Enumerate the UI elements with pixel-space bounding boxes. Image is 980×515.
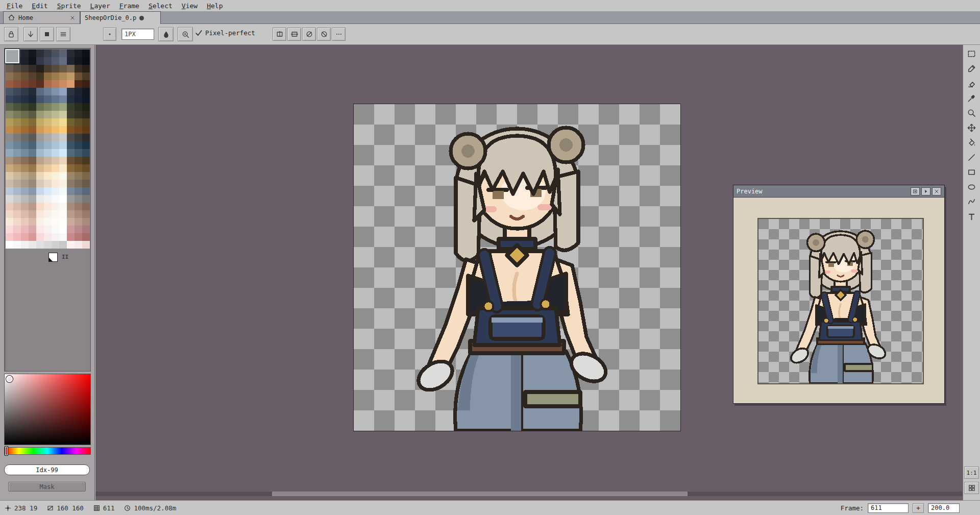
tool-ellipse[interactable]: [964, 180, 979, 194]
palette-swatch-2-7[interactable]: [59, 65, 67, 72]
palette-swatch-11-6[interactable]: [52, 134, 59, 141]
palette-swatch-23-6[interactable]: [52, 226, 59, 233]
brush-type-button[interactable]: [103, 28, 116, 41]
palette-swatch-17-8[interactable]: [67, 180, 75, 187]
palette-swatch-23-2[interactable]: [21, 226, 29, 233]
palette-swatch-7-3[interactable]: [29, 103, 36, 111]
palette-swatch-21-4[interactable]: [36, 210, 44, 218]
tool-contour[interactable]: [964, 194, 979, 209]
palette-swatch-14-4[interactable]: [36, 157, 44, 164]
palette-swatch-22-6[interactable]: [52, 218, 59, 226]
palette-swatch-25-1[interactable]: [13, 241, 21, 249]
palette-swatch-9-10[interactable]: [82, 118, 90, 126]
menu-layer[interactable]: Layer: [86, 1, 115, 11]
palette-swatch-9-4[interactable]: [36, 118, 44, 126]
palette-swatch-14-0[interactable]: [6, 157, 13, 164]
palette-swatch-6-1[interactable]: [13, 95, 21, 103]
palette-swatch-19-8[interactable]: [67, 195, 75, 203]
palette-swatch-20-3[interactable]: [29, 203, 36, 210]
palette-swatch-18-7[interactable]: [59, 187, 67, 195]
palette-swatch-3-7[interactable]: [59, 72, 67, 80]
sprite-canvas[interactable]: [353, 104, 681, 431]
palette-swatch-13-10[interactable]: [82, 149, 90, 157]
zoom-level-input[interactable]: [928, 503, 960, 513]
palette-swatch-1-8[interactable]: [67, 57, 75, 65]
palette-swatch-19-2[interactable]: [21, 195, 29, 203]
palette-swatch-10-6[interactable]: [52, 126, 59, 134]
mask-button[interactable]: Mask: [8, 482, 86, 492]
palette-swatch-24-7[interactable]: [59, 233, 67, 241]
palette-swatch-21-7[interactable]: [59, 210, 67, 218]
palette-swatch-7-5[interactable]: [44, 103, 52, 111]
palette-swatch-8-4[interactable]: [36, 111, 44, 118]
palette-swatch-14-1[interactable]: [13, 157, 21, 164]
palette-swatch-17-10[interactable]: [82, 180, 90, 187]
tool-rectangle[interactable]: [964, 165, 979, 180]
palette-swatch-0-5[interactable]: [44, 50, 52, 57]
color-picker-gradient[interactable]: [4, 374, 91, 445]
palette-swatch-22-1[interactable]: [13, 218, 21, 226]
preview-prev-play-button[interactable]: [921, 187, 930, 195]
horizontal-scrollbar-thumb[interactable]: [272, 492, 688, 496]
palette-swatch-15-4[interactable]: [36, 164, 44, 172]
palette-swatch-4-6[interactable]: [52, 80, 59, 88]
palette-swatch-25-3[interactable]: [29, 241, 36, 249]
palette-swatch-11-8[interactable]: [67, 134, 75, 141]
swatch-button[interactable]: [40, 27, 54, 41]
palette-swatch-2-10[interactable]: [82, 65, 90, 72]
add-frame-button[interactable]: +: [913, 503, 924, 513]
palette-swatch-13-4[interactable]: [36, 149, 44, 157]
palette-swatch-16-8[interactable]: [67, 172, 75, 180]
palette-swatch-0-6[interactable]: [52, 50, 59, 57]
palette-swatch-14-7[interactable]: [59, 157, 67, 164]
tool-zoom[interactable]: [964, 106, 979, 120]
palette-swatch-21-1[interactable]: [13, 210, 21, 218]
palette-swatch-19-7[interactable]: [59, 195, 67, 203]
preview-title-bar[interactable]: Preview: [733, 185, 944, 198]
palette-swatch-20-7[interactable]: [59, 203, 67, 210]
palette-swatch-24-1[interactable]: [13, 233, 21, 241]
palette-swatch-9-6[interactable]: [52, 118, 59, 126]
palette-swatch-3-5[interactable]: [44, 72, 52, 80]
palette-swatch-9-1[interactable]: [13, 118, 21, 126]
tool-eyedropper[interactable]: [964, 91, 979, 106]
palette-swatch-9-3[interactable]: [29, 118, 36, 126]
palette-swatch-11-9[interactable]: [75, 134, 82, 141]
palette-swatch-20-2[interactable]: [21, 203, 29, 210]
palette-swatch-2-0[interactable]: [6, 65, 13, 72]
tool-rect-marquee[interactable]: [964, 46, 979, 61]
palette-swatch-16-2[interactable]: [21, 172, 29, 180]
symmetry-diagonal-button[interactable]: [317, 28, 331, 41]
palette-swatch-13-7[interactable]: [59, 149, 67, 157]
palette-swatch-19-1[interactable]: [13, 195, 21, 203]
palette-swatch-15-0[interactable]: [6, 164, 13, 172]
palette-swatch-25-0[interactable]: [6, 241, 13, 249]
palette-swatch-18-0[interactable]: [6, 187, 13, 195]
palette-swatch-5-9[interactable]: [75, 88, 82, 95]
palette-swatch-20-10[interactable]: [82, 203, 90, 210]
tool-eraser[interactable]: [964, 76, 979, 91]
palette-swatch-18-10[interactable]: [82, 187, 90, 195]
palette-swatch-5-1[interactable]: [13, 88, 21, 95]
menu-select[interactable]: Select: [144, 1, 177, 11]
palette-swatch-0-7[interactable]: [59, 50, 67, 57]
palette-swatch-14-2[interactable]: [21, 157, 29, 164]
tool-text[interactable]: [964, 209, 979, 224]
palette-swatch-11-10[interactable]: [82, 134, 90, 141]
palette-swatch-2-8[interactable]: [67, 65, 75, 72]
palette-swatch-0-10[interactable]: [82, 50, 90, 57]
palette-swatch-9-2[interactable]: [21, 118, 29, 126]
palette-swatch-15-8[interactable]: [67, 164, 75, 172]
palette-swatch-23-4[interactable]: [36, 226, 44, 233]
palette-swatch-18-5[interactable]: [44, 187, 52, 195]
palette-swatch-14-3[interactable]: [29, 157, 36, 164]
palette-swatch-9-5[interactable]: [44, 118, 52, 126]
palette-swatch-7-1[interactable]: [13, 103, 21, 111]
palette-swatch-10-4[interactable]: [36, 126, 44, 134]
palette-swatch-6-0[interactable]: [6, 95, 13, 103]
palette-swatch-1-4[interactable]: [36, 57, 44, 65]
palette-swatch-16-6[interactable]: [52, 172, 59, 180]
palette-swatch-13-6[interactable]: [52, 149, 59, 157]
palette-swatch-16-3[interactable]: [29, 172, 36, 180]
palette-swatch-11-4[interactable]: [36, 134, 44, 141]
